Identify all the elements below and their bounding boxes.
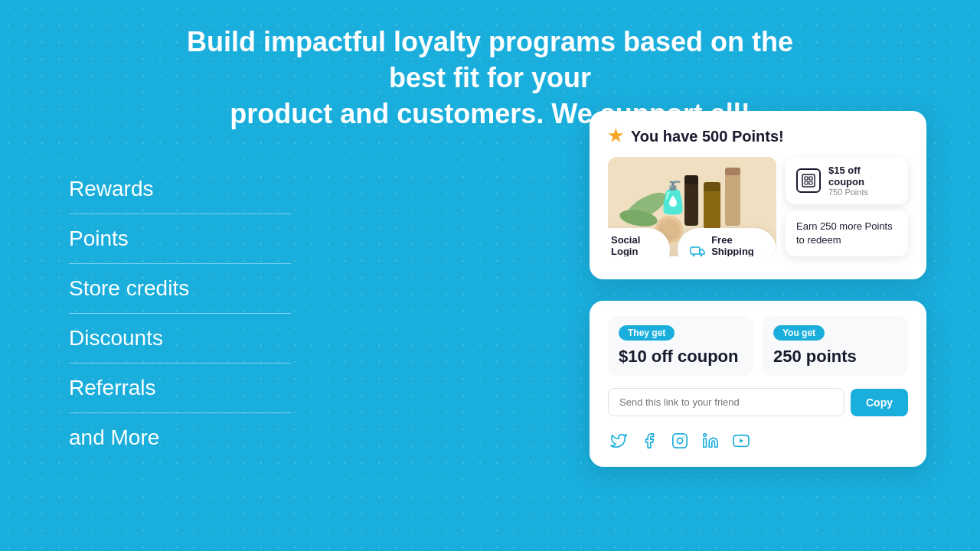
headline-line1: Build impactful loyalty programs based o… — [187, 26, 793, 93]
svg-point-13 — [693, 254, 695, 256]
star-icon: ★ — [608, 126, 623, 146]
points-card: ★ You have 500 Points! — [590, 111, 926, 279]
svg-rect-4 — [684, 175, 698, 184]
coupon-text: $15 off coupon 750 Points — [828, 165, 897, 197]
referral-card: They get $10 off coupon You get 250 poin… — [590, 301, 926, 467]
svg-marker-24 — [740, 439, 743, 444]
nav-item-store-credits[interactable]: Store credits — [69, 264, 291, 314]
free-shipping-icon — [690, 241, 705, 257]
nav-item-referrals[interactable]: Referrals — [69, 364, 291, 413]
product-image-overlay: $15 off coupon 750 Points Earn 250 more … — [786, 157, 908, 256]
svg-rect-6 — [704, 182, 720, 191]
you-get-badge: You get — [773, 325, 825, 341]
coupon-icon — [796, 168, 821, 193]
svg-rect-8 — [725, 168, 740, 175]
nav-list: Rewards Points Store credits Discounts R… — [69, 165, 291, 462]
you-get-box: You get 250 points — [763, 316, 908, 376]
nav-item-more[interactable]: and More — [69, 413, 291, 462]
nav-item-discounts[interactable]: Discounts — [69, 314, 291, 364]
coupon-bubble: $15 off coupon 750 Points — [786, 157, 908, 204]
nav-item-points[interactable]: Points — [69, 214, 291, 264]
referral-row: They get $10 off coupon You get 250 poin… — [608, 316, 908, 376]
free-shipping-text: Free Shipping 50 Points — [711, 234, 764, 256]
they-get-badge: They get — [619, 325, 675, 341]
svg-rect-19 — [809, 181, 812, 184]
points-header-text: You have 500 Points! — [631, 128, 784, 145]
svg-point-23 — [704, 434, 707, 437]
social-login-text: Social Login 50 Points — [611, 234, 658, 256]
coupon-points: 750 Points — [828, 187, 897, 197]
nav-item-rewards[interactable]: Rewards — [69, 165, 291, 214]
svg-rect-3 — [684, 180, 698, 226]
they-get-value: $10 off coupon — [619, 347, 743, 367]
page-container: Build impactful loyalty programs based o… — [0, 0, 980, 551]
svg-rect-5 — [704, 187, 720, 230]
svg-rect-16 — [805, 177, 808, 180]
twitter-icon[interactable] — [608, 430, 629, 452]
send-link-input[interactable] — [608, 388, 844, 416]
svg-rect-12 — [691, 247, 700, 254]
product-image-row: Social Login 50 Points — [608, 157, 908, 256]
svg-rect-7 — [725, 172, 740, 226]
earn-more-bubble: Earn 250 more Pointsto redeem — [786, 210, 908, 256]
copy-button[interactable]: Copy — [851, 389, 908, 416]
they-get-box: They get $10 off coupon — [608, 316, 753, 376]
svg-rect-18 — [805, 181, 808, 184]
social-login-badge: Social Login 50 Points — [608, 228, 670, 256]
svg-rect-22 — [704, 439, 707, 448]
action-badges: Social Login 50 Points — [608, 228, 776, 256]
product-image: Social Login 50 Points — [608, 157, 776, 256]
free-shipping-badge: Free Shipping 50 Points — [678, 228, 776, 256]
facebook-icon[interactable] — [639, 430, 660, 452]
instagram-icon[interactable] — [669, 430, 691, 452]
social-login-label: Social Login — [611, 234, 658, 256]
svg-point-14 — [701, 254, 703, 256]
free-shipping-label: Free Shipping — [711, 234, 764, 256]
svg-rect-15 — [802, 174, 815, 187]
youtube-icon[interactable] — [730, 430, 752, 452]
you-get-value: 250 points — [773, 347, 897, 367]
card-area: ★ You have 500 Points! — [590, 111, 926, 467]
points-header: ★ You have 500 Points! — [608, 126, 908, 146]
coupon-title: $15 off coupon — [828, 165, 897, 187]
svg-rect-17 — [809, 177, 812, 180]
linkedin-icon[interactable] — [700, 430, 721, 452]
send-link-row: Copy — [608, 388, 908, 416]
social-icons-row — [608, 427, 908, 452]
svg-rect-20 — [673, 434, 687, 448]
